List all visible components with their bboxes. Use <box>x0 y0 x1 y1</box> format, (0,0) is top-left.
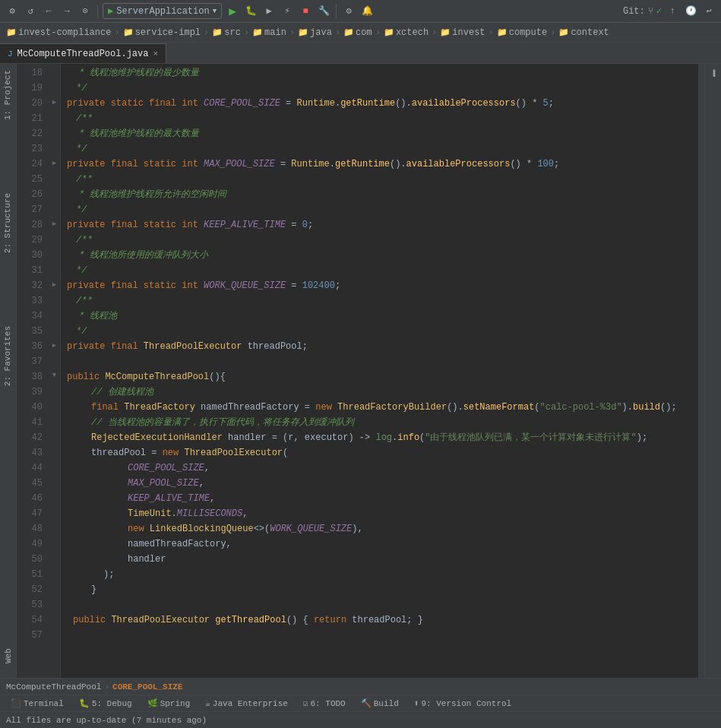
sidebar-item-favorites[interactable]: 2: Favorites <box>0 320 16 392</box>
code-line-41: // 当线程池的容量满了，执行下面代码，将任务存入到缓冲队列 <box>67 415 698 430</box>
ln-40: 40 <box>17 400 43 415</box>
tab-terminal[interactable]: ⬛ Terminal <box>3 695 71 712</box>
git-label: Git: <box>623 6 645 17</box>
breadcrumb-item-java[interactable]: java <box>310 27 332 38</box>
toolbar: ⚙ ↺ ← → ⊙ ▶ ServerApplication ▼ ▶ 🐛 ▶ ⚡ … <box>0 0 721 23</box>
ln-46: 46 <box>17 491 43 506</box>
code-line-33: /** <box>67 293 698 309</box>
ln-24: 24 <box>17 157 43 172</box>
fold-24[interactable]: ▶ <box>49 155 60 170</box>
code-line-48: new LinkedBlockingQueue <>( WORK_QUEUE_S… <box>67 521 698 537</box>
fold-32[interactable]: ▶ <box>49 277 60 292</box>
breadcrumb-item-xctech[interactable]: xctech <box>396 27 428 38</box>
main-layout: 1: Project 2: Structure 2: Favorites Web… <box>0 64 721 678</box>
code-line-27: */ <box>67 202 698 217</box>
breadcrumb-item-main[interactable]: main <box>264 27 286 38</box>
ln-51: 51 <box>17 567 43 582</box>
code-line-46: KEEP_ALIVE_TIME , <box>67 491 698 506</box>
fold-36[interactable]: ▶ <box>49 337 60 353</box>
left-vertical-tabs: 1: Project 2: Structure 2: Favorites Web <box>0 64 17 678</box>
code-line-35: */ <box>67 324 698 339</box>
bottom-tool-tabs: ⬛ Terminal 🐛 5: Debug 🌿 Spring ☕ Java En… <box>0 695 721 711</box>
ln-44: 44 <box>17 461 43 476</box>
stop-button[interactable]: ■ <box>298 4 313 19</box>
tab-close-button[interactable]: × <box>153 49 158 59</box>
tab-java-enterprise[interactable]: ☕ Java Enterprise <box>198 695 296 712</box>
gutter: ▶ ▶ ▶ ▶ ▶ ▼ <box>49 64 61 678</box>
breadcrumb-item-src[interactable]: src <box>224 27 241 38</box>
web-icon[interactable]: Web <box>2 649 15 663</box>
ln-20: 20 <box>17 96 43 111</box>
navigate-icon[interactable]: ⊙ <box>77 4 93 19</box>
ln-30: 30 <box>17 248 43 263</box>
ln-48: 48 <box>17 521 43 537</box>
ln-19: 19 <box>17 81 43 96</box>
tab-debug[interactable]: 🐛 5: Debug <box>71 695 140 712</box>
ln-36: 36 <box>17 339 43 354</box>
ln-28: 28 <box>17 217 43 233</box>
ln-54: 54 <box>17 612 43 628</box>
breadcrumb-item-invest-compliance[interactable]: invest-compliance <box>18 27 111 38</box>
coverage-button[interactable]: ▶ <box>261 4 277 19</box>
debug-icon: 🐛 <box>79 698 90 708</box>
git-push-icon[interactable]: ↑ <box>665 4 680 19</box>
tab-todo[interactable]: ☑ 6: TODO <box>296 695 353 712</box>
tab-version-control[interactable]: ⬆ 9: Version Control <box>406 695 519 712</box>
code-content[interactable]: * 线程池维护线程的最少数量 */ private static final i… <box>61 64 698 678</box>
ln-29: 29 <box>17 233 43 248</box>
code-line-40: final ThreadFactory namedThreadFactory =… <box>67 400 698 415</box>
sidebar-item-project[interactable]: 1: Project <box>0 64 16 126</box>
spring-label: Spring <box>160 699 191 708</box>
run-button[interactable]: ▶ <box>225 4 240 19</box>
fold-28[interactable]: ▶ <box>49 216 60 231</box>
right-tool-1[interactable]: ▐ <box>707 67 720 81</box>
tab-filename: McComputeThreadPool.java <box>17 49 149 59</box>
code-line-21: /** <box>67 111 698 126</box>
todo-icon: ☑ <box>303 698 308 708</box>
code-line-31: */ <box>67 263 698 278</box>
fold-38[interactable]: ▼ <box>49 368 60 383</box>
profile-button[interactable]: ⚡ <box>280 4 295 19</box>
breadcrumb-icon3: 📁 <box>212 27 223 37</box>
breadcrumb-item-service-impl[interactable]: service-impl <box>135 27 201 38</box>
ln-42: 42 <box>17 430 43 445</box>
git-rollback-icon[interactable]: ↩ <box>701 4 716 19</box>
git-history-icon[interactable]: 🕐 <box>683 4 698 19</box>
git-section: Git: ⑂ ✓ ↑ 🕐 ↩ <box>623 4 716 19</box>
tools-icon[interactable]: 🔧 <box>316 4 331 19</box>
ln-21: 21 <box>17 111 43 126</box>
run-config-dropdown[interactable]: ▶ ServerApplication ▼ <box>103 3 222 19</box>
ln-57: 57 <box>17 628 43 643</box>
ln-33: 33 <box>17 293 43 309</box>
code-line-52: } <box>67 582 698 597</box>
settings-icon[interactable]: ⚙ <box>341 4 356 19</box>
status-breadcrumb: McComputeThreadPool › CORE_POOL_SIZE <box>6 682 715 692</box>
reload-icon[interactable]: ↺ <box>23 4 38 19</box>
breadcrumb-icon6: 📁 <box>343 27 354 37</box>
ln-32: 32 <box>17 278 43 293</box>
editor-area[interactable]: 18 19 20 21 22 23 24 25 26 27 28 29 30 3… <box>17 64 704 678</box>
breadcrumb-item-compute[interactable]: compute <box>509 27 547 38</box>
java-enterprise-icon: ☕ <box>205 698 210 708</box>
notifications-icon[interactable]: 🔔 <box>359 4 375 19</box>
vertical-scrollbar[interactable] <box>698 64 704 678</box>
forward-icon[interactable]: → <box>59 4 74 19</box>
fold-20[interactable]: ▶ <box>49 94 60 109</box>
breadcrumb-item-com[interactable]: com <box>356 27 372 38</box>
debug-button[interactable]: 🐛 <box>243 4 258 19</box>
git-branch-icon: ⑂ <box>648 6 653 17</box>
sidebar-item-structure[interactable]: 2: Structure <box>0 187 16 259</box>
tab-mccompute[interactable]: J McComputeThreadPool.java × <box>0 43 166 63</box>
git-check-icon: ✓ <box>656 5 662 17</box>
tab-spring[interactable]: 🌿 Spring <box>140 695 198 712</box>
code-line-32: private final static int WORK_QUEUE_SIZE… <box>67 278 698 293</box>
breadcrumb-item-invest[interactable]: invest <box>452 27 485 38</box>
breadcrumb-item-context[interactable]: context <box>571 27 609 38</box>
back-icon[interactable]: ← <box>41 4 56 19</box>
code-line-22: * 线程池维护线程的最大数量 <box>67 126 698 141</box>
ln-45: 45 <box>17 476 43 491</box>
build-icon[interactable]: ⚙ <box>5 4 20 19</box>
code-line-23: */ <box>67 141 698 157</box>
breadcrumb-icon9: 📁 <box>497 27 508 37</box>
tab-build[interactable]: 🔨 Build <box>353 695 406 712</box>
